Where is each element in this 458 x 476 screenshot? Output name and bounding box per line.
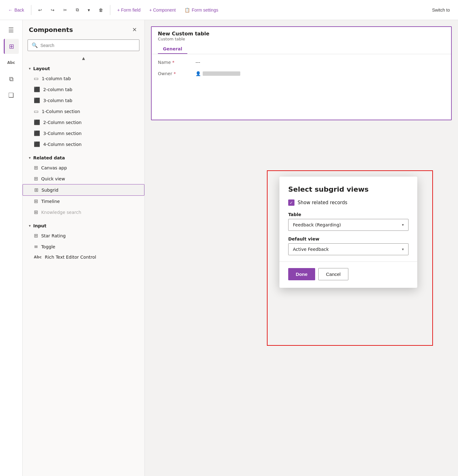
component-button[interactable]: + Component bbox=[146, 6, 179, 14]
form-field-label: + Form field bbox=[117, 8, 140, 13]
field-row-owner: Owner * 👤 bbox=[152, 68, 451, 79]
field-row-name: Name * --- bbox=[152, 57, 451, 68]
component-3col-tab[interactable]: ⬛ 3-column tab bbox=[23, 95, 144, 106]
canvas-area: New Custom table Custom table General Na… bbox=[145, 20, 458, 476]
field-owner-required-icon: * bbox=[174, 71, 176, 76]
nav-layers[interactable]: ⧉ bbox=[4, 71, 19, 86]
component-1col-tab[interactable]: ▭ 1-column tab bbox=[23, 73, 144, 84]
component-subgrid-label: Subgrid bbox=[41, 188, 58, 193]
nav-menu[interactable]: ☰ bbox=[4, 23, 19, 38]
back-button[interactable]: ← Back bbox=[5, 6, 27, 14]
panel-header: Components ✕ bbox=[23, 20, 144, 37]
component-subgrid[interactable]: ⊞ Subgrid bbox=[23, 184, 144, 196]
field-value-name: --- bbox=[195, 60, 445, 65]
related-data-header[interactable]: ▾ Related data bbox=[23, 153, 144, 162]
cancel-button[interactable]: Cancel bbox=[318, 268, 349, 280]
component-toggle-label: Toggle bbox=[41, 244, 55, 249]
switch-button[interactable]: Switch to bbox=[429, 6, 453, 14]
components-panel: Components ✕ 🔍 ▲ ▾ Layout ▭ 1-column tab bbox=[23, 20, 145, 476]
cut-button[interactable]: ✂ bbox=[60, 6, 70, 14]
component-rich-text[interactable]: Abc Rich Text Editor Control bbox=[23, 252, 144, 262]
search-box[interactable]: 🔍 bbox=[28, 39, 139, 51]
delete-button[interactable]: 🗑 bbox=[96, 6, 106, 14]
2col-tab-icon: ⬛ bbox=[34, 86, 40, 92]
toolbar: ← Back ↩ ↪ ✂ ⧉ ▾ 🗑 + Form field + Compon… bbox=[0, 0, 458, 20]
tab-general[interactable]: General bbox=[158, 44, 187, 54]
component-4col-section-label: 4-Column section bbox=[43, 142, 81, 147]
toggle-icon: ≡ bbox=[34, 244, 38, 250]
search-input[interactable] bbox=[40, 43, 135, 48]
panel-close-button[interactable]: ✕ bbox=[131, 25, 138, 34]
category-related-data: ▾ Related data ⊞ Canvas app ⊞ Quick view… bbox=[23, 151, 144, 219]
chevron-down-icon: ▾ bbox=[88, 8, 90, 13]
category-input: ▾ Input ⊞ Star Rating ≡ Toggle Abc Rich … bbox=[23, 219, 144, 263]
dropdown-button[interactable]: ▾ bbox=[85, 6, 93, 14]
show-related-checkbox[interactable]: ✓ bbox=[288, 199, 294, 206]
scroll-up[interactable]: ▲ bbox=[23, 55, 144, 62]
component-2col-tab-label: 2-column tab bbox=[43, 87, 72, 92]
layout-chevron-icon: ▾ bbox=[29, 66, 31, 71]
toolbar-separator-1 bbox=[31, 5, 31, 15]
table-dropdown[interactable]: Feedback (Regarding) ▾ bbox=[288, 219, 409, 231]
component-2col-tab[interactable]: ⬛ 2-column tab bbox=[23, 84, 144, 95]
related-data-chevron-icon: ▾ bbox=[29, 156, 31, 160]
component-2col-section-label: 2-Column section bbox=[43, 120, 81, 125]
component-4col-section[interactable]: ⬛ 4-Column section bbox=[23, 139, 144, 150]
timeline-icon: ⊞ bbox=[34, 198, 38, 204]
left-nav: ☰ ⊞ Abc ⧉ ❑ bbox=[0, 20, 23, 476]
1col-tab-icon: ▭ bbox=[34, 75, 39, 81]
component-canvas-app[interactable]: ⊞ Canvas app bbox=[23, 162, 144, 173]
delete-icon: 🗑 bbox=[99, 8, 103, 13]
component-3col-section[interactable]: ⬛ 3-Column section bbox=[23, 128, 144, 139]
star-rating-icon: ⊞ bbox=[34, 233, 38, 239]
owner-person-icon: 👤 bbox=[195, 71, 201, 76]
table-field-label: Table bbox=[288, 212, 409, 217]
default-view-field-label: Default view bbox=[288, 236, 409, 241]
dialog-divider bbox=[279, 261, 417, 262]
component-toggle[interactable]: ≡ Toggle bbox=[23, 241, 144, 252]
component-3col-section-label: 3-Column section bbox=[43, 131, 81, 136]
panel-title: Components bbox=[29, 26, 73, 34]
form-tabs: General bbox=[152, 44, 451, 54]
field-value-owner: 👤 bbox=[195, 71, 240, 76]
field-label-name: Name * bbox=[158, 60, 195, 65]
copy-button[interactable]: ⧉ bbox=[73, 5, 82, 14]
component-star-rating[interactable]: ⊞ Star Rating bbox=[23, 230, 144, 241]
undo-button[interactable]: ↩ bbox=[35, 6, 45, 14]
component-timeline[interactable]: ⊞ Timeline bbox=[23, 196, 144, 207]
nav-components[interactable]: ❑ bbox=[4, 88, 19, 103]
component-knowledge-search-label: Knowledge search bbox=[41, 210, 81, 215]
component-2col-section[interactable]: ⬛ 2-Column section bbox=[23, 117, 144, 128]
scroll-up-icon: ▲ bbox=[82, 56, 85, 60]
form-settings-button[interactable]: 📋 Form settings bbox=[181, 6, 221, 14]
checkmark-icon: ✓ bbox=[290, 200, 293, 205]
field-name-text: Name bbox=[158, 60, 171, 65]
copy-icon: ⧉ bbox=[76, 7, 79, 13]
panel-scroll[interactable]: ▲ ▾ Layout ▭ 1-column tab ⬛ 2-column tab… bbox=[23, 55, 144, 476]
field-required-icon: * bbox=[172, 60, 174, 65]
component-rich-text-label: Rich Text Editor Control bbox=[45, 255, 96, 260]
default-view-dropdown[interactable]: Active Feedback ▾ bbox=[288, 243, 409, 255]
search-icon: 🔍 bbox=[32, 42, 38, 48]
redo-button[interactable]: ↪ bbox=[48, 6, 58, 14]
components-icon: ❑ bbox=[8, 91, 14, 99]
subgrid-icon: ⊞ bbox=[34, 187, 38, 193]
form-field-button[interactable]: + Form field bbox=[114, 6, 143, 14]
input-header[interactable]: ▾ Input bbox=[23, 221, 144, 230]
layout-category-header[interactable]: ▾ Layout bbox=[23, 64, 144, 73]
cancel-label: Cancel bbox=[326, 272, 341, 277]
component-1col-section[interactable]: ▭ 1-Column section bbox=[23, 106, 144, 117]
hamburger-icon: ☰ bbox=[8, 26, 14, 34]
main-layout: ☰ ⊞ Abc ⧉ ❑ Components ✕ 🔍 ▲ bbox=[0, 20, 458, 476]
back-label: Back bbox=[14, 8, 24, 13]
component-quick-view[interactable]: ⊞ Quick view bbox=[23, 173, 144, 184]
field-owner-text: Owner bbox=[158, 71, 172, 76]
layers-icon: ⧉ bbox=[9, 75, 13, 83]
done-button[interactable]: Done bbox=[288, 268, 315, 280]
input-label: Input bbox=[33, 223, 46, 228]
field-label-owner: Owner * bbox=[158, 71, 195, 76]
owner-name-blurred bbox=[203, 71, 240, 76]
nav-grid[interactable]: ⊞ bbox=[4, 39, 19, 54]
related-data-label: Related data bbox=[33, 155, 65, 160]
nav-text[interactable]: Abc bbox=[4, 55, 19, 70]
